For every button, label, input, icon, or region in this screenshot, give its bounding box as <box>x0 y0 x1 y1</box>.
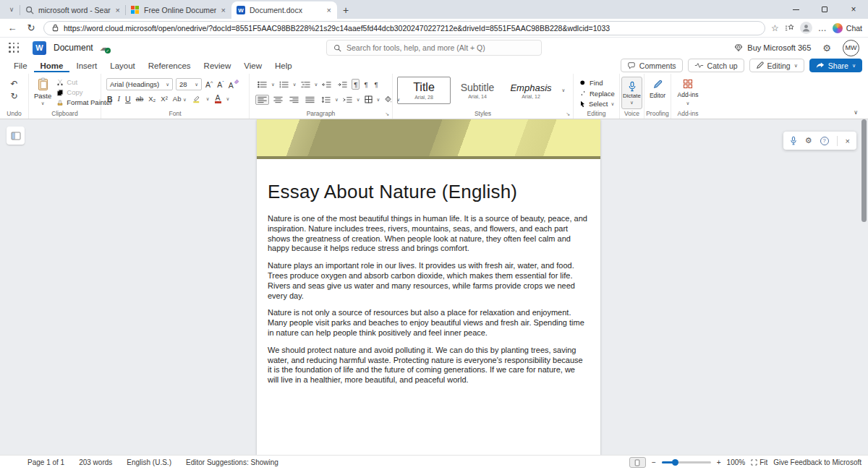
favorite-star-icon[interactable]: ☆ <box>771 23 779 33</box>
document-heading[interactable]: Essay About Nature (English) <box>268 181 587 203</box>
tab-insert[interactable]: Insert <box>69 59 103 73</box>
styles-gallery-expand[interactable]: ∨ <box>562 87 566 93</box>
zoom-slider[interactable] <box>662 461 711 463</box>
zoom-out-button[interactable]: − <box>652 458 656 466</box>
align-center-button[interactable] <box>271 95 285 105</box>
close-toolbar-icon[interactable]: × <box>846 137 850 145</box>
comments-button[interactable]: Comments <box>621 59 683 72</box>
document-paragraph[interactable]: Nature plays an important role in our li… <box>268 261 587 301</box>
page-number-status[interactable]: Page 1 of 1 <box>27 458 64 466</box>
collapse-ribbon-chevron[interactable]: ∨ <box>854 109 858 116</box>
replace-button[interactable]: Replace <box>579 90 619 98</box>
toolbar-settings-gear-icon[interactable]: ⚙ <box>805 136 812 145</box>
find-button[interactable]: Find <box>579 79 619 87</box>
editor-button[interactable]: Editor <box>644 79 671 99</box>
catch-up-button[interactable]: Catch up <box>688 59 744 72</box>
new-tab-button[interactable]: + <box>337 1 354 19</box>
document-paragraph[interactable]: Nature is one of the most beautiful thin… <box>268 214 587 254</box>
help-icon[interactable]: ? <box>820 137 829 145</box>
word-count-status[interactable]: 203 words <box>79 458 112 466</box>
browser-tab-search[interactable]: microsoft word - Search × <box>20 1 126 19</box>
styles-dialog-launcher[interactable]: ↘ <box>566 111 570 117</box>
language-status[interactable]: English (U.S.) <box>127 458 171 466</box>
browser-tab-document[interactable]: W Document.docx × <box>231 1 337 19</box>
settings-gear-icon[interactable]: ⚙ <box>822 43 831 54</box>
feedback-link[interactable]: Give Feedback to Microsoft <box>773 458 861 466</box>
decrease-indent-button[interactable] <box>320 80 333 90</box>
minimize-button[interactable] <box>781 0 810 19</box>
line-spacing-button[interactable] <box>319 95 333 105</box>
select-button[interactable]: Select ∨ <box>579 100 619 108</box>
change-case-button[interactable]: Ab ∨ <box>173 95 187 103</box>
superscript-button[interactable]: X² <box>161 95 168 103</box>
editing-mode-button[interactable]: Editing ∨ <box>749 59 804 72</box>
dictate-button[interactable]: Dictate ∨ <box>621 77 642 109</box>
search-input[interactable] <box>346 43 535 52</box>
tab-view[interactable]: View <box>237 59 268 73</box>
save-status-cloud-icon[interactable]: ☁ ✓ <box>100 43 109 53</box>
redo-button[interactable]: ↻ <box>10 91 17 101</box>
grow-font-button[interactable]: A^ <box>205 80 213 89</box>
paragraph-dialog-launcher[interactable]: ↘ <box>385 111 389 117</box>
add-ins-button[interactable]: Add-ins ∨ <box>671 79 705 106</box>
browser-profile-avatar[interactable] <box>800 22 812 34</box>
browser-tab-editing[interactable]: Free Online Document Editing with × <box>126 1 231 19</box>
share-button[interactable]: Share ∨ <box>809 59 862 72</box>
tab-layout[interactable]: Layout <box>103 59 142 73</box>
paragraph-indent-button[interactable] <box>341 95 354 105</box>
style-subtitle[interactable]: Subtitle Arial, 14 <box>451 77 504 104</box>
back-button[interactable]: ← <box>6 22 19 33</box>
document-page[interactable]: Essay About Nature (English) Nature is o… <box>257 119 600 455</box>
refresh-button[interactable]: ↻ <box>25 22 38 33</box>
shrink-font-button[interactable]: Aˇ <box>216 80 224 89</box>
style-title[interactable]: Title Arial, 28 <box>397 77 451 104</box>
zoom-in-button[interactable]: + <box>717 458 721 466</box>
editor-suggestions-status[interactable]: Editor Suggestions: Showing <box>186 458 278 466</box>
tab-home[interactable]: Home <box>34 59 70 73</box>
tab-search-button[interactable]: ∨ <box>3 1 20 17</box>
navigation-pane-toggle[interactable] <box>7 127 25 145</box>
browser-menu-icon[interactable]: … <box>818 23 827 33</box>
tab-review[interactable]: Review <box>197 59 238 73</box>
app-launcher-icon[interactable] <box>9 43 20 54</box>
style-emphasis[interactable]: Emphasis Arial, 12 <box>504 77 558 104</box>
italic-button[interactable]: I <box>118 95 121 103</box>
highlight-button[interactable] <box>192 94 201 103</box>
zoom-slider-thumb[interactable] <box>672 459 678 466</box>
document-paragraph[interactable]: Nature is not only a source of resources… <box>268 308 587 338</box>
document-paragraph[interactable]: We should protect nature and avoid pollu… <box>268 346 587 385</box>
tab-close-icon[interactable]: × <box>115 6 121 14</box>
align-right-button[interactable] <box>287 95 301 105</box>
zoom-level[interactable]: 100% <box>727 458 746 466</box>
vertical-scrollbar[interactable] <box>861 119 867 222</box>
strikethrough-button[interactable]: ab <box>136 95 144 103</box>
bullet-list-button[interactable] <box>255 80 269 90</box>
multilevel-list-button[interactable] <box>299 80 312 90</box>
font-color-button[interactable]: A <box>215 94 221 103</box>
app-search-box[interactable] <box>326 40 542 56</box>
tab-help[interactable]: Help <box>268 59 299 73</box>
align-left-button[interactable] <box>255 95 269 105</box>
buy-microsoft-365-button[interactable]: Buy Microsoft 365 <box>734 43 811 52</box>
document-banner-image[interactable] <box>257 119 600 159</box>
close-window-button[interactable]: × <box>839 0 868 19</box>
tab-references[interactable]: References <box>142 59 197 73</box>
left-to-right-button[interactable]: ¶ <box>352 79 359 90</box>
borders-button[interactable] <box>362 94 375 105</box>
tab-close-icon[interactable]: × <box>221 6 226 14</box>
undo-button[interactable]: ↶ <box>10 79 17 89</box>
bold-button[interactable]: B <box>107 95 113 103</box>
font-size-select[interactable]: 28 ∨ <box>176 78 202 90</box>
address-bar[interactable]: https://word.cloud.microsoft/open/onedri… <box>43 21 765 35</box>
copilot-chat-button[interactable]: Chat <box>833 23 862 33</box>
restore-button[interactable] <box>810 0 839 19</box>
page-view-button[interactable] <box>629 457 646 468</box>
word-logo-icon[interactable]: W <box>33 41 46 55</box>
account-avatar[interactable]: MW <box>843 40 859 56</box>
document-title-label[interactable]: Document <box>54 43 93 53</box>
right-to-left-button[interactable]: ¶ <box>362 79 370 90</box>
show-formatting-marks-button[interactable]: ¶ <box>373 79 380 90</box>
subscript-button[interactable]: X₂ <box>148 95 156 103</box>
clear-formatting-button[interactable]: A <box>228 79 240 90</box>
tab-file[interactable]: File <box>7 59 34 73</box>
